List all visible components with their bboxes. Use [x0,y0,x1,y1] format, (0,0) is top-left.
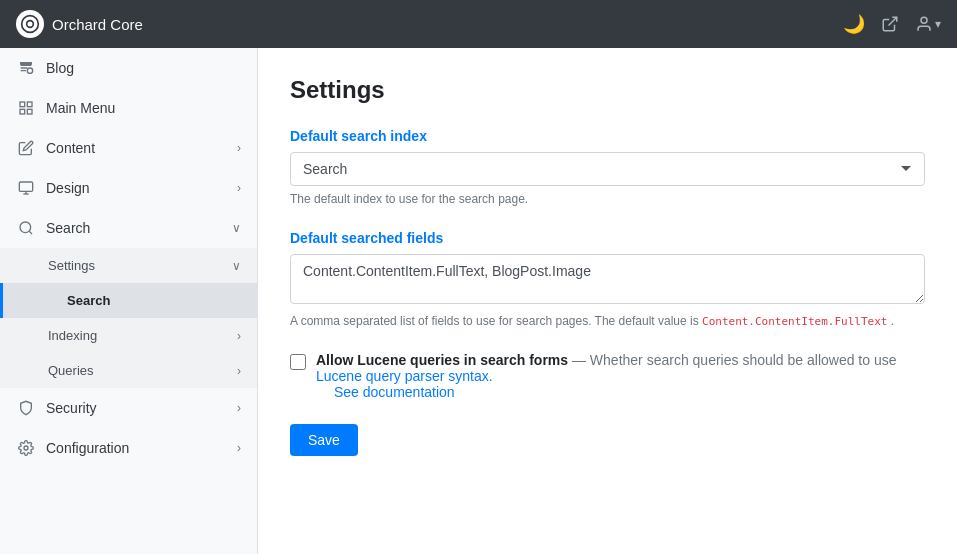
indexing-chevron-icon: › [237,329,241,343]
blog-icon [16,58,36,78]
see-documentation-link[interactable]: See documentation [334,384,455,400]
save-section: Save [290,424,925,456]
sidebar-item-design[interactable]: Design › [0,168,257,208]
svg-point-4 [27,68,32,73]
svg-line-13 [29,231,32,234]
svg-rect-9 [19,182,32,191]
sidebar-item-design-label: Design [46,180,227,196]
sidebar-item-content-label: Content [46,140,227,156]
allow-lucene-description: — Whether search queries should be allow… [572,352,897,368]
brand-name: Orchard Core [52,16,143,33]
layout: Blog Main Menu Content › Design › [0,48,957,554]
sidebar-item-settings[interactable]: Settings ∨ [0,248,257,283]
default-searched-fields-section: Default searched fields Content.ContentI… [290,230,925,328]
security-chevron-icon: › [237,401,241,415]
sidebar-item-configuration[interactable]: Configuration › [0,428,257,468]
svg-point-1 [27,21,34,28]
design-icon [16,178,36,198]
content-chevron-icon: › [237,141,241,155]
sidebar-item-main-menu-label: Main Menu [46,100,241,116]
configuration-icon [16,438,36,458]
allow-lucene-checkbox[interactable] [290,354,306,370]
svg-line-2 [889,17,897,25]
sidebar-item-configuration-label: Configuration [46,440,227,456]
allow-lucene-section: Allow Lucene queries in search forms — W… [290,352,925,400]
default-search-index-label: Default search index [290,128,925,144]
sidebar-item-security-label: Security [46,400,227,416]
dark-mode-button[interactable]: 🌙 [843,13,865,35]
svg-point-0 [22,16,39,33]
default-searched-fields-label: Default searched fields [290,230,925,246]
security-icon [16,398,36,418]
main-menu-icon [16,98,36,118]
queries-chevron-icon: › [237,364,241,378]
sidebar-item-blog-label: Blog [46,60,241,76]
sidebar-item-search-label: Search [46,220,222,236]
default-search-index-select[interactable]: Search [290,152,925,186]
save-button[interactable]: Save [290,424,358,456]
allow-lucene-label: Allow Lucene queries in search forms — W… [316,352,925,400]
sidebar: Blog Main Menu Content › Design › [0,48,258,554]
sidebar-item-security[interactable]: Security › [0,388,257,428]
page-title: Settings [290,76,925,104]
navbar: Orchard Core 🌙 ▾ [0,0,957,48]
sidebar-item-search-active-label: Search [67,293,241,308]
sidebar-item-blog[interactable]: Blog [0,48,257,88]
lucene-query-link[interactable]: Lucene query parser syntax. [316,368,493,384]
search-chevron-icon: ∨ [232,221,241,235]
sidebar-item-search[interactable]: Search ∨ [0,208,257,248]
sidebar-item-content[interactable]: Content › [0,128,257,168]
svg-point-14 [24,446,28,450]
help-default: Content.ContentItem.FullText [702,315,887,328]
search-submenu: Settings ∨ Search Indexing › Queries › [0,248,257,388]
navbar-brand: Orchard Core [16,10,143,38]
main-content: Settings Default search index Search The… [258,48,957,554]
allow-lucene-strong: Allow Lucene queries in search forms [316,352,568,368]
sidebar-item-main-menu[interactable]: Main Menu [0,88,257,128]
allow-lucene-row: Allow Lucene queries in search forms — W… [290,352,925,400]
content-icon [16,138,36,158]
configuration-chevron-icon: › [237,441,241,455]
user-menu-button[interactable]: ▾ [915,15,941,33]
external-link-button[interactable] [881,15,899,33]
svg-rect-8 [27,109,32,114]
sidebar-item-queries-label: Queries [48,363,227,378]
search-icon [16,218,36,238]
brand-icon [16,10,44,38]
sidebar-item-indexing-label: Indexing [48,328,227,343]
svg-rect-7 [20,109,25,114]
help-suffix: . [891,314,894,328]
svg-point-3 [921,17,927,23]
sidebar-item-indexing[interactable]: Indexing › [0,318,257,353]
default-searched-fields-help: A comma separated list of fields to use … [290,314,925,328]
default-search-index-section: Default search index Search The default … [290,128,925,206]
sidebar-item-search-active[interactable]: Search [0,283,257,318]
help-prefix: A comma separated list of fields to use … [290,314,699,328]
navbar-actions: 🌙 ▾ [843,13,941,35]
svg-point-12 [20,222,31,233]
svg-rect-5 [20,102,25,107]
sidebar-item-queries[interactable]: Queries › [0,353,257,388]
sidebar-item-settings-label: Settings [48,258,222,273]
design-chevron-icon: › [237,181,241,195]
default-search-index-help: The default index to use for the search … [290,192,925,206]
svg-rect-6 [27,102,32,107]
default-searched-fields-input[interactable]: Content.ContentItem.FullText, BlogPost.I… [290,254,925,304]
settings-chevron-icon: ∨ [232,259,241,273]
